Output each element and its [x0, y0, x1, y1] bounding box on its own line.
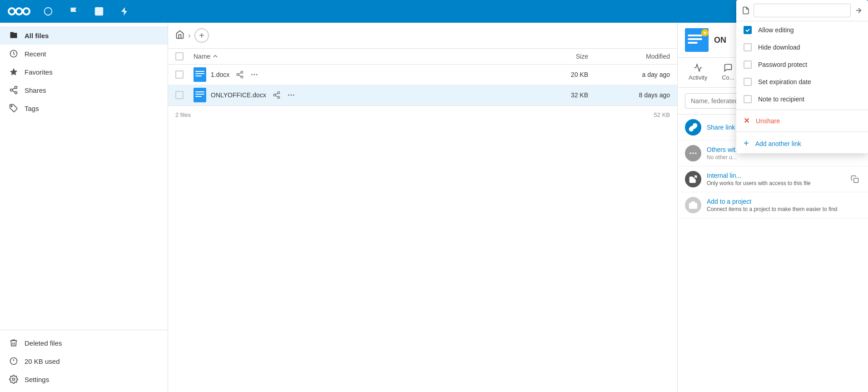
share-button-2[interactable] [271, 89, 283, 101]
add-file-button[interactable]: + [194, 28, 209, 43]
share-options-dropdown: Allow editing Hide download Password pro… [736, 0, 868, 153]
note-to-recipient-checkbox[interactable] [744, 95, 752, 103]
column-size[interactable]: Size [534, 53, 588, 60]
svg-point-30 [278, 92, 280, 94]
file-name-1[interactable]: 1.docx [211, 71, 229, 78]
hide-download-checkbox[interactable] [744, 43, 752, 51]
sidebar-label-storage: 20 KB used [25, 357, 60, 365]
svg-point-13 [11, 106, 12, 107]
dropdown-item-allow-editing[interactable]: Allow editing [736, 21, 868, 39]
home-breadcrumb[interactable] [175, 30, 184, 41]
copy-internal-link-button[interactable] [849, 173, 861, 185]
set-expiration-label: Set expiration date [758, 78, 811, 85]
sidebar-item-all-files[interactable]: All files [0, 26, 168, 45]
sidebar-item-recent[interactable]: Recent [0, 45, 168, 63]
more-button-1[interactable] [248, 69, 260, 80]
flag-icon[interactable] [65, 3, 82, 20]
file-size-1: 20 KB [534, 71, 588, 78]
password-protect-checkbox[interactable] [744, 60, 752, 69]
share-panel-file-icon [685, 28, 709, 52]
dropdown-item-unshare[interactable]: ✕ Unshare [736, 112, 868, 130]
dropdown-divider-1 [736, 110, 868, 110]
svg-point-33 [288, 95, 289, 96]
sidebar-item-storage[interactable]: 20 KB used [0, 352, 168, 370]
image-icon[interactable] [91, 3, 107, 20]
dropdown-item-set-expiration[interactable]: Set expiration date [736, 73, 868, 90]
allow-editing-checkbox[interactable] [744, 26, 752, 34]
sidebar-label-recent: Recent [25, 50, 46, 58]
column-name[interactable]: Name [193, 53, 534, 60]
table-header: Name Size Modified [168, 49, 677, 65]
dropdown-search-submit[interactable] [854, 6, 863, 15]
svg-rect-50 [689, 203, 697, 209]
content-area: › + Name Size Modified [168, 23, 677, 392]
svg-point-34 [290, 95, 292, 96]
docx-icon-2 [193, 88, 206, 102]
file-checkbox-2[interactable] [175, 91, 193, 99]
sidebar-item-settings[interactable]: Settings [0, 370, 168, 388]
svg-point-15 [13, 378, 15, 381]
unshare-icon: ✕ [744, 116, 749, 125]
file-checkbox-1[interactable] [175, 70, 193, 79]
dropdown-link-name-input[interactable] [754, 4, 851, 17]
file-2-actions [271, 89, 297, 101]
add-project-subtitle: Connect items to a project to make them … [707, 206, 861, 212]
sidebar-item-favorites[interactable]: Favorites [0, 63, 168, 81]
more-button-2[interactable] [285, 89, 297, 101]
dropdown-search-row [736, 0, 868, 21]
svg-rect-26 [193, 88, 206, 102]
column-modified[interactable]: Modified [588, 53, 670, 60]
svg-rect-28 [195, 94, 204, 95]
svg-point-25 [256, 74, 258, 75]
note-to-recipient-label: Note to recipient [758, 95, 804, 103]
tab-activity[interactable]: Activity [681, 58, 714, 87]
sidebar-bottom: Deleted files 20 KB used Settings [0, 330, 168, 388]
sidebar-item-shares[interactable]: Shares [0, 81, 168, 99]
svg-point-31 [273, 94, 276, 96]
svg-point-5 [24, 9, 29, 14]
sidebar-label-settings: Settings [25, 376, 49, 383]
svg-point-45 [690, 152, 691, 154]
file-name-2[interactable]: ONLYOFFICE.docx [211, 91, 266, 99]
file-modified-2: 8 days ago [588, 91, 670, 99]
svg-point-46 [692, 152, 694, 154]
svg-rect-18 [195, 73, 204, 74]
unshare-label: Unshare [756, 117, 780, 125]
sidebar: All files Recent Favorites Shares Tags D… [0, 23, 168, 392]
allow-editing-label: Allow editing [758, 26, 794, 34]
sidebar-item-deleted-files[interactable]: Deleted files [0, 334, 168, 352]
svg-rect-38 [688, 38, 702, 40]
add-project-item[interactable]: Add to a project Connect items to a proj… [678, 192, 868, 218]
set-expiration-checkbox[interactable] [744, 78, 752, 86]
dropdown-item-hide-download[interactable]: Hide download [736, 39, 868, 56]
dropdown-item-add-another-link[interactable]: + Add another link [736, 134, 868, 153]
hide-download-label: Hide download [758, 44, 800, 51]
others-subtitle: No other u... [707, 154, 861, 161]
sidebar-label-favorites: Favorites [25, 68, 53, 76]
others-icon [685, 145, 701, 161]
file-name-cell-1: 1.docx [193, 67, 534, 82]
dropdown-item-password-protect[interactable]: Password protect [736, 56, 868, 73]
add-project-text: Add to a project Connect items to a proj… [707, 198, 861, 212]
internal-link-item[interactable]: Internal lin... Only works for users wit… [678, 166, 868, 192]
circle-icon[interactable] [40, 3, 56, 20]
table-row: 1.docx 20 KB a day ago [168, 65, 677, 85]
sidebar-item-tags[interactable]: Tags [0, 99, 168, 117]
select-all-checkbox[interactable] [175, 52, 193, 60]
share-link-icon [685, 119, 701, 136]
share-panel-filename: ON [714, 35, 726, 45]
bolt-icon[interactable] [116, 3, 133, 20]
svg-point-35 [293, 95, 294, 96]
svg-point-21 [237, 74, 239, 76]
password-protect-label: Password protect [758, 61, 807, 68]
svg-point-23 [252, 74, 253, 75]
app-logo[interactable] [7, 4, 31, 19]
file-name-cell-2: ONLYOFFICE.docx [193, 88, 534, 102]
svg-point-20 [241, 71, 243, 74]
share-button-1[interactable] [234, 69, 246, 80]
breadcrumb-separator: › [188, 31, 191, 40]
file-modified-1: a day ago [588, 71, 670, 78]
dropdown-item-note-to-recipient[interactable]: Note to recipient [736, 90, 868, 108]
project-icon [685, 197, 701, 213]
tab-activity-label: Activity [689, 74, 707, 81]
